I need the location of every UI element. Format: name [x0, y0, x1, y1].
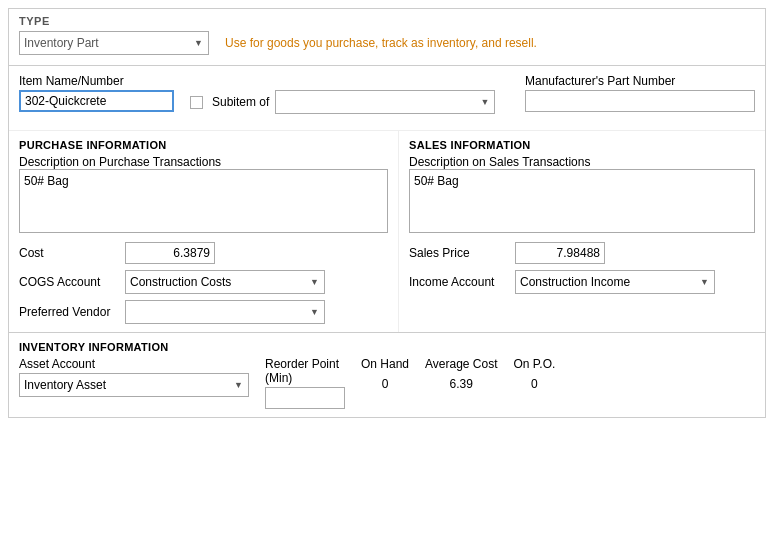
vendor-dropdown[interactable] — [125, 300, 325, 324]
purchase-desc-textarea[interactable]: 50# Bag — [19, 169, 388, 233]
reorder-group: Reorder Point (Min) — [265, 357, 345, 409]
sales-desc-textarea[interactable]: 50# Bag — [409, 169, 755, 233]
avg-cost-value: 6.39 — [450, 373, 473, 391]
subitem-dropdown[interactable] — [275, 90, 495, 114]
avg-cost-group: Average Cost 6.39 — [425, 357, 498, 391]
inventory-section: INVENTORY INFORMATION Asset Account Inve… — [9, 332, 765, 417]
purchase-section: PURCHASE INFORMATION Description on Purc… — [9, 131, 399, 332]
purchase-title: PURCHASE INFORMATION — [19, 139, 388, 151]
type-dropdown[interactable]: Inventory Part — [19, 31, 209, 55]
income-select-wrapper[interactable]: Construction Income — [515, 270, 715, 294]
vendor-select-wrapper[interactable] — [125, 300, 325, 324]
on-po-group: On P.O. 0 — [514, 357, 556, 391]
inventory-title: INVENTORY INFORMATION — [19, 341, 755, 353]
mfr-group: Manufacturer's Part Number — [525, 74, 755, 112]
on-po-label: On P.O. — [514, 357, 556, 371]
cost-input[interactable] — [125, 242, 215, 264]
on-hand-group: On Hand 0 — [361, 357, 409, 391]
subitem-checkbox[interactable] — [190, 96, 203, 109]
sales-desc-label: Description on Sales Transactions — [409, 155, 590, 169]
type-label: TYPE — [19, 15, 755, 27]
mfr-label: Manufacturer's Part Number — [525, 74, 755, 88]
vendor-row: Preferred Vendor — [19, 300, 388, 324]
income-label: Income Account — [409, 275, 509, 289]
cogs-dropdown[interactable]: Construction Costs — [125, 270, 325, 294]
type-hint: Use for goods you purchase, track as inv… — [225, 36, 537, 50]
type-section: TYPE Inventory Part Use for goods you pu… — [9, 9, 765, 66]
two-col-section: PURCHASE INFORMATION Description on Purc… — [9, 130, 765, 332]
item-name-group: Item Name/Number — [19, 74, 174, 112]
price-label: Sales Price — [409, 246, 509, 260]
item-name-label: Item Name/Number — [19, 74, 174, 88]
sales-section: SALES INFORMATION Description on Sales T… — [399, 131, 765, 332]
reorder-input[interactable] — [265, 387, 345, 409]
inventory-grid: Asset Account Inventory Asset Reorder Po… — [19, 357, 755, 409]
subitem-select-wrapper[interactable] — [275, 90, 495, 114]
main-section: Item Name/Number Subitem of Manufacturer… — [9, 66, 765, 130]
cogs-row: COGS Account Construction Costs — [19, 270, 388, 294]
income-dropdown[interactable]: Construction Income — [515, 270, 715, 294]
reorder-label: Reorder Point (Min) — [265, 357, 345, 385]
on-po-value: 0 — [531, 373, 538, 391]
price-input[interactable] — [515, 242, 605, 264]
asset-select-wrapper[interactable]: Inventory Asset — [19, 373, 249, 397]
item-row: Item Name/Number Subitem of Manufacturer… — [19, 74, 755, 114]
on-hand-label: On Hand — [361, 357, 409, 371]
type-select-wrapper[interactable]: Inventory Part — [19, 31, 209, 55]
on-hand-value: 0 — [382, 373, 389, 391]
cogs-label: COGS Account — [19, 275, 119, 289]
avg-cost-label: Average Cost — [425, 357, 498, 371]
item-name-input[interactable] — [19, 90, 174, 112]
purchase-desc-label: Description on Purchase Transactions — [19, 155, 221, 169]
price-row: Sales Price — [409, 242, 755, 264]
cost-label: Cost — [19, 246, 119, 260]
asset-account-group: Asset Account Inventory Asset — [19, 357, 249, 397]
type-row: Inventory Part Use for goods you purchas… — [19, 31, 755, 55]
subitem-label: Subitem of — [212, 95, 269, 109]
cost-row: Cost — [19, 242, 388, 264]
asset-dropdown[interactable]: Inventory Asset — [19, 373, 249, 397]
vendor-label: Preferred Vendor — [19, 305, 119, 319]
cogs-select-wrapper[interactable]: Construction Costs — [125, 270, 325, 294]
income-row: Income Account Construction Income — [409, 270, 755, 294]
asset-label: Asset Account — [19, 357, 249, 371]
mfr-input[interactable] — [525, 90, 755, 112]
subitem-group: Subitem of — [190, 74, 495, 114]
sales-title: SALES INFORMATION — [409, 139, 755, 151]
